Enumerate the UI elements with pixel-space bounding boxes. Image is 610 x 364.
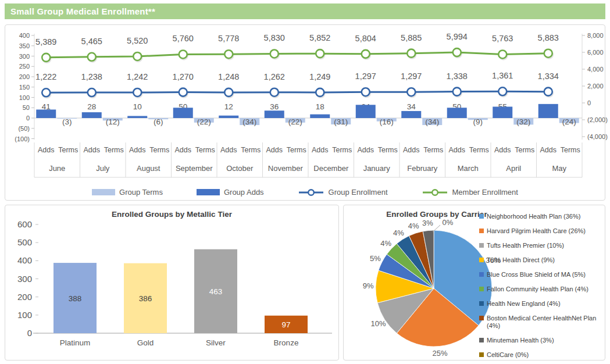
group-terms-value-label: (34)	[425, 117, 439, 126]
group-adds-bar[interactable]	[36, 109, 56, 118]
group-enrollment-marker[interactable]	[544, 88, 552, 96]
carrier-legend-item-minuteman-health[interactable]: Minuteman Health (3%)	[479, 337, 602, 344]
legend-item-group-enrollment[interactable]: Group Enrollment	[298, 188, 388, 197]
right-axis-tick-label: 2,000	[587, 83, 604, 90]
carrier-legend-item-health-new-england[interactable]: Health New England (4%)	[479, 300, 602, 308]
group-adds-bar[interactable]	[447, 108, 467, 118]
metallic-tier-bar-chart[interactable]: 6005004003002001000388Platinum386Gold463…	[5, 222, 338, 360]
member-enrollment-marker[interactable]	[316, 49, 324, 58]
group-adds-bar[interactable]	[127, 116, 147, 118]
member-enrollment-line[interactable]	[46, 52, 548, 58]
tier-axis-tick-label: 0	[27, 328, 32, 338]
group-adds-value-label: 18	[316, 102, 324, 111]
legend-swatch	[479, 352, 484, 357]
legend-label: Harvard Pilgrim Health Care (26%)	[487, 227, 586, 235]
carrier-legend-item-neighborhood-health-plan[interactable]: Neighborhood Health Plan (36%)	[479, 213, 602, 220]
legend-swatch	[479, 258, 484, 262]
pie-pct-label: 4%	[393, 229, 404, 237]
carrier-legend-item-harvard-pilgrim-health-care[interactable]: Harvard Pilgrim Health Care (26%)	[479, 227, 602, 235]
member-enrollment-marker[interactable]	[544, 49, 552, 58]
sub-category-label: Adds	[220, 146, 237, 154]
group-enrollment-marker[interactable]	[270, 88, 279, 97]
group-adds-bar[interactable]	[173, 108, 193, 118]
group-terms-value-label: (31)	[334, 117, 348, 126]
group-enrollment-marker[interactable]	[133, 88, 141, 97]
group-adds-bar[interactable]	[310, 115, 330, 118]
group-terms-value-label: (34)	[242, 117, 256, 126]
group-enrollment-marker[interactable]	[498, 87, 506, 95]
group-enrollment-marker[interactable]	[179, 88, 187, 97]
tier-value-label: 388	[69, 294, 82, 303]
group-adds-value-label: 36	[270, 102, 279, 111]
legend-item-group-adds[interactable]: Group Adds	[197, 188, 264, 197]
sub-category-label: Terms	[241, 146, 261, 154]
enrollment-trend-panel: 400350300250200150100500(50)(100)8,0006,…	[5, 24, 605, 201]
left-axis-tick-label: 100	[19, 94, 30, 101]
member-enrollment-marker[interactable]	[179, 50, 187, 58]
group-enrollment-marker[interactable]	[224, 88, 233, 97]
group-enrollment-marker[interactable]	[453, 88, 461, 96]
member-enrollment-value-label: 5,804	[355, 34, 376, 43]
left-axis-tick-label: 200	[19, 73, 30, 80]
carrier-legend-item-boston-medical-center-healthnet-plan[interactable]: Boston Medical Center HealthNet Plan (4%…	[479, 315, 602, 330]
carrier-legend-item-fallon-community-health-plan[interactable]: Fallon Community Health Plan (4%)	[479, 286, 602, 293]
member-enrollment-marker[interactable]	[42, 53, 50, 62]
carrier-legend-item-celticare[interactable]: CeltiCare (0%)	[479, 351, 602, 359]
carrier-legend-item-tufts-health-direct[interactable]: Tufts Health Direct (9%)	[479, 256, 602, 264]
sub-category-label: Adds	[266, 146, 283, 154]
group-enrollment-marker[interactable]	[42, 88, 50, 97]
member-enrollment-marker[interactable]	[88, 53, 96, 61]
month-label: July	[96, 164, 110, 173]
group-enrollment-value-label: 1,242	[127, 72, 148, 81]
member-enrollment-marker[interactable]	[453, 48, 461, 56]
legend-item-member-enrollment[interactable]: Member Enrollment	[422, 188, 518, 197]
group-adds-bar[interactable]	[356, 105, 376, 118]
pie-pct-label: 3%	[422, 219, 433, 227]
group-adds-value-label: 28	[87, 102, 96, 111]
member-enrollment-marker[interactable]	[224, 50, 233, 58]
group-enrollment-marker[interactable]	[88, 88, 96, 97]
member-enrollment-marker[interactable]	[133, 52, 141, 60]
tier-axis-tick-label: 100	[17, 310, 32, 320]
group-adds-bar[interactable]	[265, 110, 284, 118]
carrier-legend-item-blue-cross-blue-shield-of-ma[interactable]: Blue Cross Blue Shield of MA (5%)	[479, 271, 602, 279]
enrollment-combo-chart[interactable]: 400350300250200150100500(50)(100)8,0006,…	[5, 25, 605, 181]
group-adds-bar[interactable]	[82, 112, 102, 118]
right-axis-tick-label: 8,000	[587, 32, 604, 39]
right-axis-tick-label: (4,000)	[587, 133, 608, 140]
legend-marker	[432, 190, 438, 195]
group-adds-bar[interactable]	[538, 104, 558, 118]
group-enrollment-marker[interactable]	[316, 88, 324, 97]
legend-swatch	[197, 189, 220, 195]
group-enrollment-marker[interactable]	[407, 88, 415, 96]
legend-swatch	[92, 189, 115, 195]
group-adds-bar[interactable]	[493, 106, 512, 118]
dashboard: Small Group Medical Enrollment** 4003503…	[0, 0, 610, 364]
legend-item-group-terms[interactable]: Group Terms	[92, 188, 163, 197]
group-adds-bar[interactable]	[401, 111, 421, 118]
group-enrollment-line[interactable]	[46, 91, 548, 92]
legend-swatch	[479, 229, 484, 233]
group-enrollment-marker[interactable]	[362, 88, 370, 96]
metallic-tier-title: Enrolled Groups by Metallic Tier	[5, 210, 338, 219]
member-enrollment-marker[interactable]	[407, 49, 415, 58]
member-enrollment-marker[interactable]	[498, 50, 506, 58]
left-axis-tick-label: 50	[23, 104, 30, 111]
carrier-legend-item-tufts-health-premier[interactable]: Tufts Health Premier (10%)	[479, 242, 602, 249]
month-label: April	[506, 164, 521, 173]
legend-line-swatch	[422, 189, 448, 196]
sub-category-label: Adds	[175, 146, 192, 154]
tier-axis-tick-label: 500	[17, 237, 32, 247]
group-adds-value-label: 10	[133, 102, 142, 111]
legend-marker	[308, 190, 314, 195]
left-axis-tick-label: 350	[19, 42, 30, 49]
group-adds-bar[interactable]	[219, 116, 238, 118]
group-terms-value-label: (24)	[562, 117, 576, 126]
member-enrollment-marker[interactable]	[362, 50, 370, 58]
legend-swatch	[479, 243, 484, 248]
member-enrollment-value-label: 5,389	[35, 37, 56, 47]
left-axis-tick-label: 400	[19, 32, 30, 39]
pie-pct-label: 9%	[363, 281, 374, 290]
member-enrollment-marker[interactable]	[270, 49, 279, 58]
sub-category-label: Adds	[358, 146, 374, 154]
